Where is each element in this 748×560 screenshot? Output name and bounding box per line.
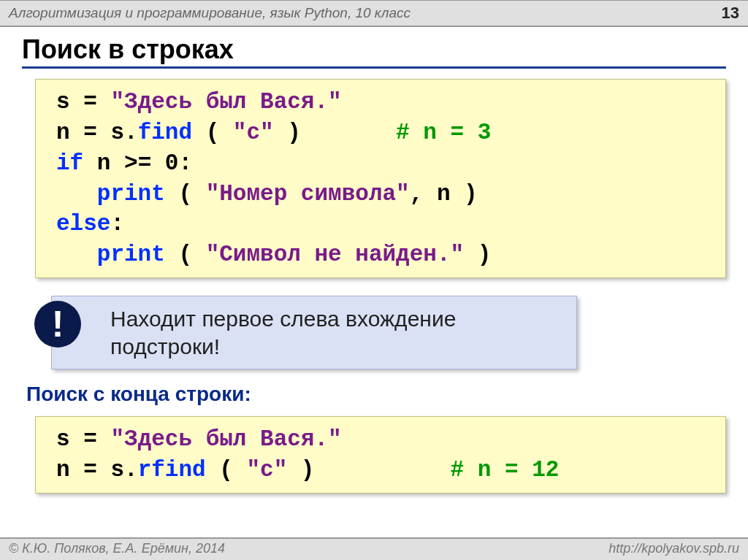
code-block-rfind: s = "Здесь был Вася." n = s.rfind ( "с" … [35, 416, 726, 494]
copyright-text: © К.Ю. Поляков, Е.А. Ерёмин, 2014 [9, 541, 225, 556]
code-text: ( [165, 242, 206, 267]
code-string: "с" [246, 457, 287, 483]
code-text: : [178, 150, 192, 176]
code-string: "Здесь был Вася." [110, 89, 341, 115]
code-text: ) [287, 457, 450, 483]
code-block-find: s = "Здесь был Вася." n = s.find ( "с" )… [35, 79, 726, 278]
course-label: Алгоритмизация и программирование, язык … [9, 5, 411, 21]
page-number: 13 [722, 4, 739, 23]
code-func: rfind [138, 457, 206, 483]
code-keyword: if [56, 150, 83, 176]
code-text: s = [56, 89, 110, 115]
code-comment: # n = 3 [396, 120, 491, 145]
code-string: "Символ не найден." [206, 242, 464, 267]
code-text: n = s. [56, 457, 138, 483]
code-func: print [97, 181, 165, 207]
code-number: 0 [165, 150, 179, 176]
code-func: find [138, 120, 192, 145]
code-text: ) [464, 242, 491, 267]
header-bar: Алгоритмизация и программирование, язык … [0, 0, 748, 27]
code-text: , n ) [410, 181, 478, 207]
code-comment: # n = 12 [451, 457, 560, 483]
code-text: ) [274, 120, 396, 145]
code-string: "Здесь был Вася." [110, 426, 341, 452]
code-text: : [110, 211, 124, 237]
footer-bar: © К.Ю. Поляков, Е.А. Ерёмин, 2014 http:/… [0, 537, 748, 560]
content-area: Поиск в строках s = "Здесь был Вася." n … [0, 27, 748, 494]
subheading: Поиск с конца строки: [26, 383, 726, 406]
code-indent [56, 181, 97, 207]
code-keyword: else [56, 211, 110, 237]
code-text: s = [56, 426, 110, 452]
info-text: Находит первое слева вхождение подстроки… [110, 307, 456, 358]
footer-url: http://kpolyakov.spb.ru [608, 541, 739, 556]
code-string: "с" [233, 120, 274, 145]
code-indent [56, 242, 97, 267]
code-text: ( [206, 457, 247, 483]
exclamation-mark: ! [52, 302, 64, 348]
info-callout: ! Находит первое слева вхождение подстро… [51, 296, 577, 369]
code-text: n >= [83, 150, 165, 176]
code-text: n = s. [56, 120, 138, 145]
code-func: print [97, 242, 165, 267]
exclamation-icon: ! [34, 301, 81, 348]
code-text: ( [192, 120, 233, 145]
code-string: "Номер символа" [206, 181, 410, 207]
code-text: ( [165, 181, 206, 207]
page-title: Поиск в строках [22, 34, 726, 69]
